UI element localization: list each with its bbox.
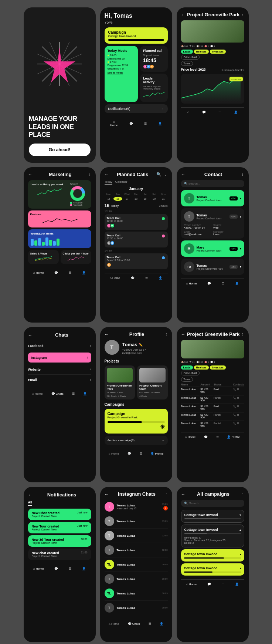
campaigns-search[interactable]: 🔍 Search... <box>181 500 244 507</box>
back-btn-marketing[interactable]: ← <box>28 172 33 177</box>
nav-chats-active[interactable]: 💬 Chats <box>51 392 64 395</box>
nav-profile-contact[interactable]: 👤 <box>235 282 239 285</box>
ig-chat-3[interactable]: T Tomas Lukas 12:08 <box>105 529 168 543</box>
notif-1[interactable]: New Chat created Just now Project: Comfo… <box>28 509 91 520</box>
nav-home-calls[interactable]: ⌂ Home <box>110 276 120 280</box>
nav-menu-m[interactable]: ☰ <box>69 271 71 274</box>
nav-chat-profile[interactable]: 💬 <box>127 452 131 455</box>
contact-card-2[interactable]: T Tomas Project Confront town 444 ▴ Phon… <box>181 208 244 239</box>
call-block-3[interactable]: Team Call From 12:30 to 16:00 C <box>105 253 168 269</box>
search-icon-calls[interactable]: 🔍 <box>156 172 162 177</box>
archive-btn[interactable]: Archive campaign(3) → <box>105 436 168 445</box>
leads-activity-card[interactable]: Leads activity For last 4 days on Perfec… <box>140 74 168 102</box>
menu-icon-ig[interactable]: ⋮ <box>165 492 168 496</box>
back-btn-notif[interactable]: ← <box>28 492 33 498</box>
cal-date-18[interactable]: 18 <box>132 197 140 201</box>
pt-tag-investors[interactable]: Investors <box>210 365 226 370</box>
nav-profile-p3[interactable]: 👤 <box>234 111 238 114</box>
nav-menu[interactable]: ☰ <box>144 122 147 125</box>
cal-date-20[interactable]: 20 <box>150 197 159 201</box>
ig-chat-4[interactable]: T Tomas Lukas 12:08 <box>105 543 168 557</box>
nav-profile-pt[interactable]: 👤 Profile <box>227 435 240 439</box>
nav-menu-profile[interactable]: ☰ <box>140 452 142 455</box>
back-btn-contact[interactable]: ← <box>181 172 186 177</box>
expand-icon-2[interactable]: ▴ <box>240 215 241 218</box>
ig-chat-5[interactable]: TL Tomas Lukas 10:09 <box>105 557 168 572</box>
nav-menu-calls[interactable]: ☰ <box>145 276 148 280</box>
menu-icon-contact[interactable]: ⋮ <box>241 173 244 176</box>
cal-date-19[interactable]: 19 <box>141 197 150 201</box>
nav-profile-m[interactable]: 👤 <box>82 271 86 274</box>
expand-icon-1[interactable]: ▾ <box>240 197 241 200</box>
nav-chat-p3[interactable]: 💬 <box>202 111 206 114</box>
chat-email[interactable]: Email › <box>28 375 91 385</box>
nav-profile-campaigns[interactable]: 👤 <box>235 583 239 586</box>
back-button[interactable]: ← <box>181 12 186 17</box>
today-meets-card[interactable]: Today Meets 18:00 Dragonarova 55 17:30 D… <box>105 46 138 102</box>
nav-home-campaigns[interactable]: ⌂ Home <box>186 583 197 586</box>
nav-home-p3[interactable]: ⌂ <box>187 111 189 114</box>
contact-card-1[interactable]: T Tomas Project Confront town 444 ▾ <box>181 190 244 206</box>
menu-icon-pt[interactable]: ⋮ <box>241 333 244 336</box>
nav-profile-notif[interactable]: 👤 <box>82 567 86 570</box>
profile-campaign-card[interactable]: Campaign Project Greenville Park ✳ <box>105 409 168 434</box>
nav-menu-campaigns[interactable]: ☰ <box>222 583 224 586</box>
nav-chat-m[interactable]: 💬 <box>54 271 58 274</box>
campaign-1-expand[interactable]: ▾ <box>239 513 241 517</box>
campaign-3-expand[interactable]: ▴ <box>240 553 241 556</box>
cal-date-15[interactable]: 15 <box>105 197 113 201</box>
all-filter[interactable]: All <box>28 500 33 506</box>
back-btn-pt[interactable]: ← <box>181 332 186 337</box>
nav-profile-ig[interactable]: 👤 <box>160 622 163 626</box>
ig-chat-7[interactable]: TL Tomas Lukas 10:09 <box>105 586 168 601</box>
notifications-bar[interactable]: Notifications(5) → <box>105 104 168 113</box>
tag-price-chart[interactable]: Price chart <box>181 55 200 60</box>
campaign-item-4[interactable]: Cottage town Inwood ▾ <box>181 563 244 576</box>
ig-chat-1[interactable]: T Tomas Lukas How can I buy it? 13:09 1 <box>105 500 168 514</box>
tag-leads[interactable]: Leads <box>181 50 193 54</box>
nav-chat-notif[interactable]: 💬 <box>54 567 58 570</box>
campaign-item-2[interactable]: Cottage town Inwood ▴ New Leads: 87 Sour… <box>181 525 244 547</box>
contact-card-3[interactable]: M Mary Project Confront town 444 ▾ <box>181 240 244 257</box>
pt-tag-leads[interactable]: Leads <box>181 365 193 370</box>
nav-profile[interactable]: 👤 <box>158 122 162 125</box>
back-btn-ig[interactable]: ← <box>105 492 109 497</box>
ig-chat-2[interactable]: T Tomas Lukas 13:09 <box>105 514 168 529</box>
campaign-item-3[interactable]: Cottage town Inwood ▴ <box>181 549 244 562</box>
expand-icon-4[interactable]: ▾ <box>240 265 241 269</box>
nav-menu-p3[interactable]: ☰ <box>218 111 221 114</box>
campaign-4-expand[interactable]: ▾ <box>240 567 241 570</box>
go-ahead-button[interactable]: Go ahead! <box>29 144 91 156</box>
campaign-item-1[interactable]: Cottage town Inwood ▾ <box>181 510 244 523</box>
cal-date-16[interactable]: 16 <box>113 197 122 201</box>
see-all-link[interactable]: See all meets <box>108 71 135 74</box>
cal-date-21[interactable]: 21 <box>159 197 168 201</box>
tag-tours[interactable]: Tours <box>181 61 193 66</box>
contact-card-4[interactable]: TO Tomas Project Greenville Park 444 ▾ <box>181 259 244 275</box>
menu-icon[interactable]: ⋮ <box>241 13 244 16</box>
project-mini-1[interactable]: Project Greenville Park 21 Views1 Tour23… <box>105 365 135 399</box>
back-btn-profile[interactable]: ← <box>105 332 109 337</box>
nav-home[interactable]: ⌂Home <box>110 120 118 127</box>
pt-tag-realtors[interactable]: Realtors <box>194 365 209 370</box>
ig-chat-8[interactable]: T Tomas Lukas 10:09 <box>105 601 168 615</box>
chat-website[interactable]: Website › <box>28 364 91 375</box>
nav-home-notif[interactable]: ⌂ Home <box>33 567 44 570</box>
today-tab[interactable]: Today <box>105 180 112 185</box>
nav-home-chats[interactable]: ⌂ Home <box>32 392 42 395</box>
nav-home-profile[interactable]: ⌂ Home <box>109 452 119 455</box>
call-block-2[interactable]: Team Call 12:30 to 16:00 A B <box>105 232 168 247</box>
contact-search-bar[interactable]: 🔍 Search... <box>181 180 244 187</box>
cal-date-17[interactable]: 17 <box>123 197 132 201</box>
expand-icon-3[interactable]: ▾ <box>240 247 241 250</box>
back-btn-chats[interactable]: ← <box>28 333 33 338</box>
ig-chat-6[interactable]: T Tomas Lukas 10:09 <box>105 572 168 586</box>
call-block-1[interactable]: Team Call 12:30 to 16:00 T M <box>105 214 168 230</box>
campaign-card[interactable]: Campaign Cottage town Inwood <box>105 27 168 44</box>
nav-menu-pt[interactable]: ☰ <box>216 435 219 439</box>
nav-menu-contact[interactable]: ☰ <box>222 282 224 285</box>
chat-facebook[interactable]: Facebook › <box>28 341 91 351</box>
nav-chats-ig[interactable]: 💬 Chats <box>128 622 140 626</box>
notif-4[interactable]: New chat created 21:00 Project: Comfort … <box>28 549 91 560</box>
chat-instagram[interactable]: Instagram › <box>28 353 91 363</box>
